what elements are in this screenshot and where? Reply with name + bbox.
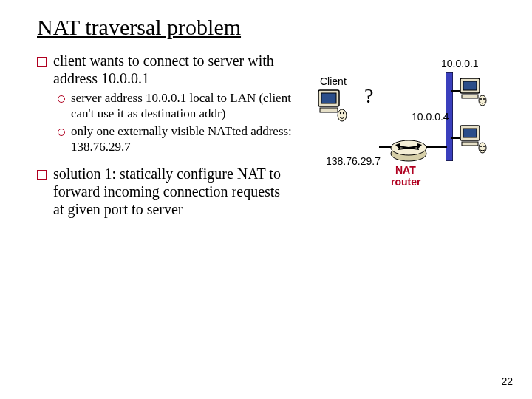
svg-rect-1	[321, 93, 336, 103]
page-number: 22	[501, 375, 513, 387]
client-label: Client	[320, 75, 347, 87]
public-ip-label: 138.76.29.7	[326, 155, 381, 167]
svg-point-4	[340, 112, 341, 114]
slide: NAT traversal problem client wants to co…	[0, 0, 532, 399]
link-line	[451, 90, 460, 92]
question-mark: ?	[364, 84, 373, 108]
lan-host-ip-label: 10.0.0.4	[412, 111, 449, 123]
svg-point-19	[480, 98, 482, 100]
link-line	[426, 146, 447, 148]
sub-bullet-1: server address 10.0.0.1 local to LAN (cl…	[58, 90, 292, 122]
svg-rect-2	[320, 108, 338, 112]
nat-label: NAT	[395, 164, 416, 176]
router-icon	[388, 134, 429, 164]
sub-bullet-2-text: only one externally visible NATted addre…	[71, 123, 292, 155]
svg-point-27	[483, 146, 485, 147]
sub-bullet-1-text: server address 10.0.0.1 local to LAN (cl…	[71, 90, 292, 122]
sub-bullet-2: only one externally visible NATted addre…	[58, 123, 292, 155]
svg-rect-23	[463, 129, 477, 137]
square-bullet-icon	[37, 170, 47, 180]
link-line	[451, 137, 460, 139]
computer-icon	[459, 77, 488, 108]
svg-point-3	[338, 109, 347, 121]
computer-icon	[316, 89, 348, 123]
svg-point-25	[479, 143, 486, 153]
sub-bullet-list: server address 10.0.0.1 local to LAN (cl…	[58, 90, 292, 154]
svg-point-5	[343, 112, 344, 114]
computer-icon	[459, 124, 488, 155]
bullet-intro-text: client wants to connect to server with a…	[53, 52, 292, 87]
square-bullet-icon	[37, 57, 47, 67]
slide-title: NAT traversal problem	[37, 15, 502, 40]
server-ip-label: 10.0.0.1	[441, 58, 479, 69]
svg-point-20	[483, 98, 485, 100]
svg-rect-16	[463, 81, 477, 90]
text-column: client wants to connect to server with a…	[37, 52, 292, 221]
svg-rect-24	[462, 142, 478, 146]
circle-bullet-icon	[58, 129, 65, 136]
router-label: router	[391, 176, 420, 188]
circle-bullet-icon	[58, 95, 65, 103]
link-line	[379, 146, 391, 148]
svg-rect-17	[462, 95, 478, 98]
svg-point-26	[480, 146, 482, 147]
network-diagram: Client ? 138.76.29.7	[301, 52, 502, 222]
svg-point-18	[479, 95, 486, 106]
bullet-intro: client wants to connect to server with a…	[37, 52, 292, 87]
bullet-solution-text: solution 1: statically configure NAT to …	[53, 165, 292, 218]
bullet-solution: solution 1: statically configure NAT to …	[37, 165, 292, 218]
slide-body: client wants to connect to server with a…	[37, 52, 502, 222]
